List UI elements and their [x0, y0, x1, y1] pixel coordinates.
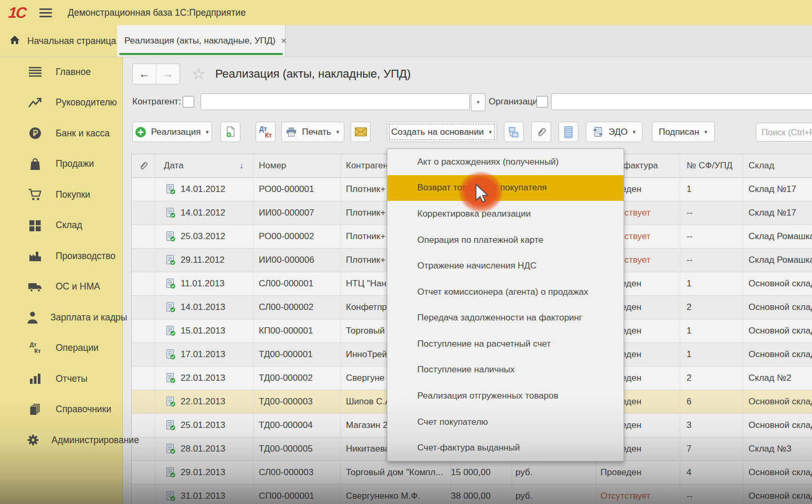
sidebar-item[interactable]: ОС и НМА — [0, 272, 122, 303]
context-menu-item[interactable]: Корректировка реализации — [387, 201, 624, 227]
document-posted-icon — [165, 278, 176, 289]
date-cell: 22.01.2013 — [155, 390, 254, 413]
number-cell: ИИ00-000006 — [254, 249, 341, 272]
sidebar-item[interactable]: Склад — [0, 210, 122, 241]
sidebar-item[interactable]: Продажи — [0, 149, 122, 180]
sort-desc-icon: ↓ — [239, 161, 244, 170]
attachments-button[interactable] — [531, 122, 551, 142]
context-menu-item[interactable]: Отчет комиссионера (агента) о продажах — [387, 279, 624, 305]
sidebar-item[interactable]: ДтКт Операции — [0, 333, 122, 364]
main-menu-icon[interactable] — [39, 8, 52, 17]
context-menu-item[interactable]: Поступление на расчетный счет — [387, 331, 624, 357]
sf-number-column-header[interactable]: № СФ/УПД — [680, 154, 743, 177]
warehouse-cell: Основной склад — [743, 396, 812, 407]
sidebar-item[interactable]: Администрирование — [0, 425, 122, 456]
number-column-header[interactable]: Номер — [254, 154, 341, 177]
sidebar-item[interactable]: Справочники — [0, 394, 122, 425]
sidebar-item[interactable]: Главное — [0, 57, 122, 88]
contragent-checkbox[interactable] — [183, 96, 194, 108]
context-menu-item[interactable]: Счет покупателю — [387, 409, 624, 435]
warehouse-cell: Склад №17 — [743, 208, 812, 218]
sidebar: Главное Руководителю Банк и касса Продаж… — [0, 57, 123, 504]
dtkt-posting-button[interactable]: Дт Кт — [256, 122, 276, 142]
sidebar-item[interactable]: Покупки — [0, 179, 122, 210]
copy-document-button[interactable] — [220, 122, 240, 142]
sf-number-cell: 3 — [680, 414, 743, 437]
copy-document-icon — [225, 126, 236, 138]
number-cell: ТД00-000002 — [254, 367, 341, 390]
page-title: Реализация (акты, накладные, УПД) — [215, 67, 411, 81]
edo-button[interactable]: ЭДО▼ — [586, 122, 642, 142]
table-row[interactable]: 29.01.2013 СЛ00-000003 Торговый дом "Ком… — [132, 461, 812, 485]
tab-home-label: Начальная страница — [27, 36, 116, 47]
contragent-dropdown-caret-icon[interactable]: ▼ — [471, 93, 486, 111]
context-menu-item[interactable]: Акт о расхождениях (полученный) — [387, 149, 624, 175]
sidebar-item[interactable]: Банк и касса — [0, 118, 122, 149]
attachment-cell — [132, 225, 155, 248]
signed-filter-button[interactable]: Подписан▼ — [652, 122, 715, 142]
create-realization-button[interactable]: Реализация▼ — [132, 122, 212, 142]
forward-button[interactable]: → — [156, 64, 180, 84]
organization-input[interactable] — [551, 93, 812, 110]
sf-number-cell: 1 — [680, 178, 743, 201]
menu-lines-icon — [26, 67, 44, 77]
document-posted-icon — [165, 372, 176, 384]
number-cell: СЛ00-000002 — [254, 296, 341, 319]
envelope-icon — [355, 127, 367, 136]
tab-realization-label: Реализация (акты, накладные, УПД) — [124, 36, 276, 46]
contragent-input[interactable] — [201, 93, 470, 110]
sum-cell: 38 000,00 — [451, 485, 512, 504]
toolbar: Реализация▼ Дт Кт Печать▼ Создать на осн… — [123, 122, 812, 143]
window-title: Демонстрационная база 1С:Предприятие — [68, 7, 246, 18]
sidebar-item[interactable]: Производство — [0, 241, 122, 272]
register-records-button[interactable] — [558, 122, 578, 142]
tab-realization[interactable]: Реализация (акты, накладные, УПД) × — [117, 25, 286, 57]
number-cell: КП00-000001 — [254, 319, 341, 342]
sf-number-cell: 2 — [680, 367, 743, 390]
dropdown-caret-icon: ▼ — [703, 130, 708, 135]
context-menu-item[interactable]: Передача задолженности на факторинг — [387, 305, 624, 331]
sidebar-item[interactable]: Зарплата и кадры — [0, 302, 122, 333]
date-column-header[interactable]: Дата↓ — [155, 154, 254, 177]
search-input[interactable] — [756, 123, 812, 142]
create-from-button[interactable]: Создать на основании▼ — [387, 122, 497, 142]
date-cell: 29.11.2012 — [155, 249, 254, 272]
sf-number-cell: 1 — [680, 319, 743, 342]
sidebar-item[interactable]: Отчеты — [0, 363, 122, 394]
related-documents-button[interactable] — [504, 122, 524, 142]
table-row[interactable]: 31.01.2013 СП00-000001 Свергуненко М.Ф. … — [132, 485, 812, 504]
organization-checkbox[interactable] — [536, 96, 548, 108]
number-cell: РО00-000001 — [254, 178, 341, 201]
number-cell: СЛ00-000001 — [254, 272, 341, 295]
print-button[interactable]: Печать▼ — [281, 122, 344, 142]
favorite-star-icon[interactable]: ☆ — [192, 66, 206, 82]
paperclip-icon — [535, 126, 547, 138]
sidebar-item[interactable]: Руководителю — [0, 88, 122, 119]
back-button[interactable]: ← — [133, 64, 156, 84]
printer-icon — [286, 127, 297, 137]
attachment-cell — [132, 390, 155, 413]
document-posted-icon — [165, 207, 176, 219]
tab-home[interactable]: Начальная страница — [0, 25, 118, 57]
date-cell: 14.01.2012 — [155, 178, 254, 201]
window-titlebar: 1С Демонстрационная база 1С:Предприятие — [0, 0, 812, 25]
attachment-cell — [132, 343, 155, 366]
warehouse-cell: Основной склад — [743, 278, 812, 289]
context-menu-item[interactable]: Операция по платежной карте — [387, 227, 624, 253]
document-posted-icon — [165, 231, 176, 242]
context-menu-item[interactable]: Счет-фактура выданный — [387, 435, 624, 461]
date-cell: 14.01.2013 — [155, 296, 254, 319]
attachment-column-header[interactable] — [132, 154, 155, 177]
warehouse-column-header[interactable]: Склад — [743, 160, 812, 171]
context-menu-item[interactable]: Отражение начисления НДС — [387, 253, 624, 279]
context-menu-item[interactable]: Реализация отгруженных товаров — [387, 383, 624, 409]
context-menu-item[interactable]: Возврат товаров от покупателя — [387, 175, 624, 201]
attachment-cell — [132, 461, 155, 484]
active-tab-indicator — [119, 53, 283, 55]
attachment-cell — [132, 319, 155, 342]
factory-icon — [26, 250, 44, 262]
close-icon[interactable]: × — [281, 35, 287, 47]
context-menu-item[interactable]: Поступление наличных — [387, 357, 624, 383]
email-button[interactable] — [351, 122, 371, 142]
cart-icon — [26, 188, 44, 201]
